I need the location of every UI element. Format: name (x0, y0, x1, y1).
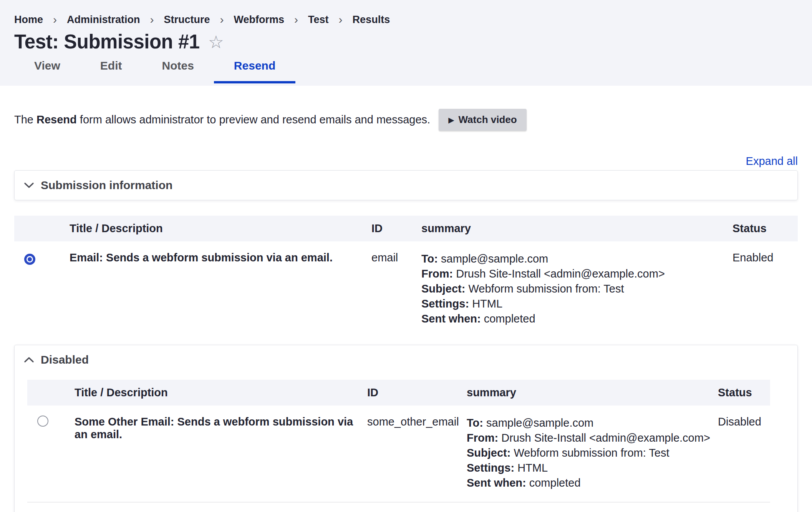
watch-video-label: Watch video (459, 114, 517, 126)
tab-resend[interactable]: Resend (214, 59, 295, 83)
breadcrumb-structure[interactable]: Structure (164, 14, 210, 25)
radio-dot (28, 257, 32, 261)
breadcrumb-administration[interactable]: Administration (67, 14, 140, 25)
summary-value: completed (484, 313, 535, 325)
id-column-header: ID (367, 380, 467, 406)
summary-value: completed (529, 477, 581, 489)
summary-to: To: sample@sample.com (421, 251, 732, 266)
main-content: The Resend form allows administrator to … (0, 109, 812, 512)
breadcrumb: Home › Administration › Structure › Webf… (14, 14, 798, 25)
intro-text-bold: Resend (36, 113, 77, 126)
page-header: Home › Administration › Structure › Webf… (0, 0, 812, 86)
star-bookmark-icon[interactable]: ☆ (208, 33, 224, 51)
section-title: Disabled (41, 353, 89, 366)
summary-column-header: summary (421, 216, 732, 241)
watch-video-button[interactable]: ▶ Watch video (439, 109, 527, 131)
handler-id: email (371, 241, 421, 338)
status-column-header: Status (732, 216, 798, 241)
email-handlers-table: Title / Description ID summary Status Em… (14, 216, 798, 338)
section-title: Submission information (41, 179, 172, 192)
status-column-header: Status (718, 380, 770, 406)
breadcrumb-separator-icon: › (53, 15, 57, 25)
summary-value: sample@sample.com (486, 417, 593, 429)
id-column-header: ID (371, 216, 421, 241)
intro-text-part: form allows administrator to preview and… (77, 113, 430, 126)
expand-all-link[interactable]: Expand all (746, 155, 798, 167)
radio-cell (14, 241, 70, 338)
summary-from: From: Drush Site-Install <admin@example.… (467, 431, 718, 446)
table-row: Some Other Email: Sends a webform submis… (27, 406, 770, 502)
summary-label: Subject: (421, 283, 465, 295)
summary-label: From: (467, 432, 498, 444)
disabled-section: Disabled Title / Description ID summary … (14, 345, 798, 512)
tab-edit[interactable]: Edit (80, 59, 142, 83)
breadcrumb-separator-icon: › (220, 15, 224, 25)
summary-value: Drush Site-Install <admin@example.com> (456, 268, 665, 280)
summary-value: HTML (472, 298, 502, 310)
summary-to: To: sample@sample.com (467, 416, 718, 431)
handler-title: Some Other Email: Sends a webform submis… (75, 406, 367, 502)
summary-value: Webform submission from: Test (468, 283, 624, 295)
summary-label: Sent when: (421, 313, 481, 325)
radio-column-header (14, 216, 70, 241)
breadcrumb-home[interactable]: Home (14, 14, 43, 25)
handler-id: some_other_email (367, 406, 467, 502)
disabled-section-toggle[interactable]: Disabled (15, 345, 797, 374)
intro-text-part: The (14, 113, 36, 126)
primary-tabs: View Edit Notes Resend (14, 59, 798, 83)
table-row: Email: Sends a webform submission via an… (14, 241, 798, 338)
handler-summary: To: sample@sample.com From: Drush Site-I… (467, 406, 718, 502)
summary-label: Sent when: (467, 477, 526, 489)
email-handler-radio[interactable] (24, 254, 35, 265)
summary-settings: Settings: HTML (421, 296, 732, 311)
title-column-header: Title / Description (70, 216, 371, 241)
summary-sent-when: Sent when: completed (421, 311, 732, 326)
play-icon: ▶ (448, 115, 454, 125)
breadcrumb-webforms[interactable]: Webforms (234, 14, 285, 25)
status-badge: Enabled (732, 241, 798, 338)
page-title: Test: Submission #1 (14, 31, 200, 53)
summary-settings: Settings: HTML (467, 460, 718, 475)
title-column-header: Title / Description (75, 380, 367, 406)
summary-value: HTML (517, 462, 548, 474)
submission-information-toggle[interactable]: Submission information (15, 171, 797, 200)
tab-view[interactable]: View (14, 59, 80, 83)
summary-value: Drush Site-Install <admin@example.com> (501, 432, 710, 444)
breadcrumb-results[interactable]: Results (353, 14, 390, 25)
summary-label: From: (421, 268, 453, 280)
handler-title: Email: Sends a webform submission via an… (70, 241, 371, 338)
summary-label: To: (421, 253, 438, 265)
summary-value: Webform submission from: Test (514, 447, 669, 459)
summary-subject: Subject: Webform submission from: Test (467, 446, 718, 460)
radio-cell (27, 406, 75, 502)
disabled-handlers-table: Title / Description ID summary Status So… (27, 380, 770, 502)
summary-value: sample@sample.com (441, 253, 548, 265)
handler-summary: To: sample@sample.com From: Drush Site-I… (421, 241, 732, 338)
summary-subject: Subject: Webform submission from: Test (421, 281, 732, 296)
breadcrumb-separator-icon: › (150, 15, 154, 25)
breadcrumb-test[interactable]: Test (308, 14, 329, 25)
summary-label: Subject: (467, 447, 510, 459)
submission-information-section: Submission information (14, 170, 798, 200)
chevron-up-icon (24, 356, 34, 363)
intro-description: The Resend form allows administrator to … (14, 113, 430, 126)
summary-label: Settings: (467, 462, 514, 474)
radio-column-header (27, 380, 75, 406)
tab-notes[interactable]: Notes (142, 59, 214, 83)
summary-label: To: (467, 417, 483, 429)
table-header-row: Title / Description ID summary Status (27, 380, 770, 406)
summary-label: Settings: (421, 298, 469, 310)
some-other-email-handler-radio[interactable] (37, 416, 48, 427)
summary-column-header: summary (467, 380, 718, 406)
breadcrumb-separator-icon: › (339, 15, 343, 25)
status-badge: Disabled (718, 406, 770, 502)
breadcrumb-separator-icon: › (294, 15, 298, 25)
summary-sent-when: Sent when: completed (467, 475, 718, 490)
chevron-down-icon (24, 182, 34, 189)
table-header-row: Title / Description ID summary Status (14, 216, 798, 241)
summary-from: From: Drush Site-Install <admin@example.… (421, 266, 732, 281)
